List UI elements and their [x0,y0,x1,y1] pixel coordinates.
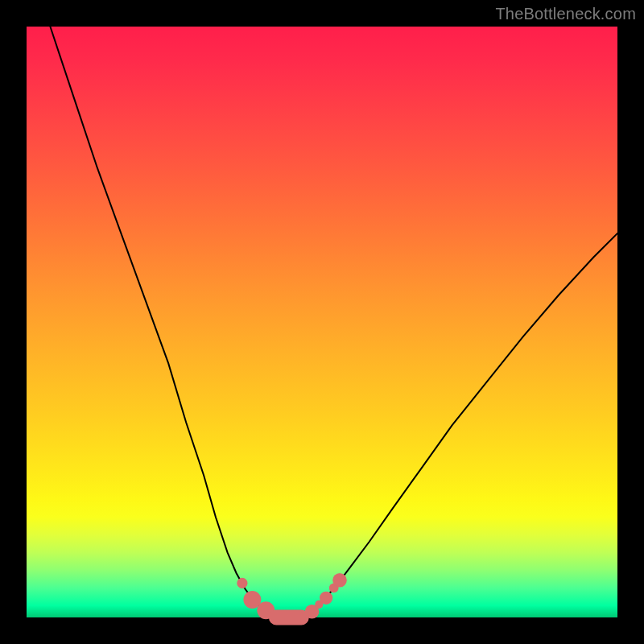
curve-left-branch [50,27,271,614]
data-marker [237,578,247,588]
valley-marker-pill [269,610,309,625]
watermark-text: TheBottleneck.com [495,5,636,23]
chart-svg [27,27,617,617]
chart-frame: TheBottleneck.com [0,0,644,644]
data-marker [332,573,347,588]
data-marker [320,592,332,605]
markers-group [237,573,347,625]
chart-plot-area [27,27,617,617]
curve-right-branch [308,233,617,614]
